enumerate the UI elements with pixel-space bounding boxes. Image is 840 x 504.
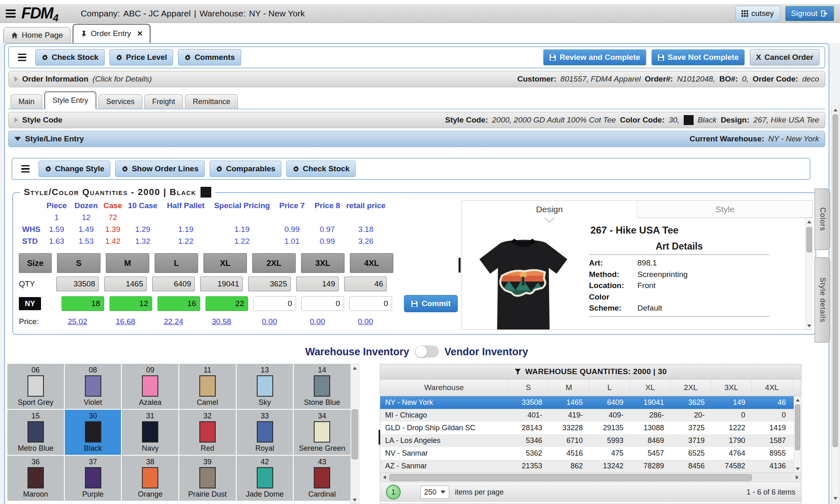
line-toolbar-menu-icon[interactable] [17,163,34,175]
color-cell-42[interactable]: 42Jade Dome [237,456,293,501]
tab-style[interactable]: Style [637,201,813,218]
tab-design[interactable]: Design [462,201,637,218]
check-stock-line-button[interactable]: Check Stock [286,161,356,177]
scroll-left-button[interactable] [380,473,388,482]
price-link-3xl[interactable]: 0.00 [296,317,339,326]
scroll-thumb[interactable] [352,409,358,459]
scroll-up-button[interactable] [832,106,839,114]
scroll-thumb[interactable] [806,227,812,252]
scroll-down-button[interactable] [794,465,801,472]
warehouse-row[interactable]: NY - New York335081465640919041362514946 [380,396,801,409]
order-qty-input-3xl[interactable] [301,296,344,311]
style-line-entry-bar[interactable]: Style/Line Entry Current Warehouse: NY -… [8,131,825,147]
style-code-bar[interactable]: Style Code Style Code: 2000, 2000 GD Adu… [8,112,825,128]
scroll-thumb[interactable] [833,114,838,447]
tab-close-icon[interactable]: × [137,29,143,38]
color-cell-38[interactable]: 38Orange [122,456,178,501]
color-cell-34[interactable]: 34Serene Green [294,410,350,455]
order-qty-input-m[interactable] [110,296,152,311]
color-cell-06[interactable]: 06Sport Grey [7,364,64,409]
scroll-down-button[interactable] [351,496,359,504]
color-cell-15[interactable]: 15Metro Blue [7,410,64,455]
warehouse-table-scrollbar[interactable] [794,396,801,472]
tab-freight[interactable]: Freight [144,94,183,109]
available-qty-input-3xl[interactable] [296,277,339,291]
color-grid-scrollbar[interactable] [350,364,359,504]
scroll-up-button[interactable] [351,364,359,372]
color-cell-31[interactable]: 31Navy [122,410,178,455]
order-qty-input-4xl[interactable] [349,296,392,311]
tab-style-entry[interactable]: Style Entry [44,91,96,109]
warehouse-row[interactable]: NV - Sanmar536245164755457652547648955 [380,447,801,460]
available-qty-input-m[interactable] [104,277,147,291]
tab-main[interactable]: Main [11,94,42,109]
order-information-bar[interactable]: Order Information (Click for Details) Cu… [8,71,825,87]
color-cell-11[interactable]: 11Camel [179,364,236,409]
scroll-down-button[interactable] [806,322,813,329]
price-link-2xl[interactable]: 0.00 [248,317,291,326]
color-cell-43[interactable]: 43Cardinal [294,456,350,501]
scroll-right-button[interactable] [793,473,801,482]
change-style-button[interactable]: Change Style [39,161,110,177]
color-cell-37[interactable]: 37Purple [65,456,121,501]
color-cell-08[interactable]: 08Violet [65,364,121,409]
menu-icon[interactable] [6,9,16,18]
review-complete-button[interactable]: Review and Complete [543,49,646,66]
warehouse-horizontal-scrollbar[interactable] [380,472,801,482]
color-cell-13[interactable]: 13Sky [237,364,293,409]
panel-splitter-handle[interactable] [459,258,461,272]
order-qty-input-l[interactable] [158,296,200,311]
user-button[interactable]: cutsey [735,6,780,21]
cancel-order-button[interactable]: X Cancel Order [750,49,819,66]
comparables-button[interactable]: Comparables [210,161,281,177]
available-qty-input-l[interactable] [152,277,195,291]
available-qty-input-xl[interactable] [200,277,243,291]
show-order-lines-button[interactable]: Show Order Lines [115,161,205,177]
color-cell-09[interactable]: 09Azalea [122,364,178,409]
tab-services[interactable]: Services [98,94,142,109]
order-qty-input-2xl[interactable] [253,296,296,311]
scroll-thumb[interactable] [795,404,800,450]
color-cell-14[interactable]: 14Stone Blue [294,364,350,409]
side-tab-style-details[interactable]: Style details [815,257,830,343]
price-link-xl[interactable]: 30.58 [200,317,243,326]
available-qty-input-s[interactable] [56,277,99,291]
warehouse-row[interactable]: MI - Chicago401-419-409-286-20-00 [380,409,801,422]
color-cell-30[interactable]: 30Black [65,410,121,455]
price-link-4xl[interactable]: 0.00 [344,317,387,326]
tab-remittance[interactable]: Remittance [185,94,238,109]
scroll-up-button[interactable] [794,396,801,404]
scroll-up-button[interactable] [806,218,813,225]
color-cell-39[interactable]: 39Prairie Dust [179,456,236,501]
warehouse-row[interactable]: LA - Los Angeles534667105993846937191790… [380,434,801,447]
scroll-down-button[interactable] [832,495,839,502]
save-not-complete-button[interactable]: Save Not Complete [651,49,745,66]
warehouse-row[interactable]: AZ - Sanmar21353862132427828984567458241… [380,460,801,472]
color-cell-32[interactable]: 32Red [179,410,236,455]
comments-button[interactable]: Comments [178,49,241,66]
available-qty-input-4xl[interactable] [344,277,387,291]
color-cell-36[interactable]: 36Maroon [7,456,64,501]
color-cell-33[interactable]: 33Royal [237,410,293,455]
design-scrollbar[interactable] [805,218,813,329]
main-scrollbar[interactable] [831,106,839,502]
scroll-thumb[interactable] [389,474,752,481]
side-tab-colors[interactable]: Colors [815,188,830,250]
available-qty-input-2xl[interactable] [248,277,291,291]
price-link-l[interactable]: 22.24 [152,317,195,326]
order-qty-input-s[interactable] [62,296,104,311]
order-qty-input-xl[interactable] [205,296,248,311]
price-level-button[interactable]: Price Level [110,49,173,66]
tab-home-page[interactable]: Home Page [3,27,71,43]
check-stock-button[interactable]: Check Stock [35,49,105,66]
page-number-button[interactable]: 1 [386,485,401,499]
tab-order-entry[interactable]: Order Entry × [73,24,151,43]
signout-button[interactable]: Signout [785,6,834,21]
price-link-m[interactable]: 16.68 [104,317,147,326]
price-link-s[interactable]: 25.02 [56,317,99,326]
items-per-page-select[interactable]: 250 [420,486,449,499]
inventory-toggle-switch[interactable] [415,345,439,358]
warehouse-row[interactable]: GLD - Drop Ship Gildan SC281433322829135… [380,422,801,434]
toolbar-menu-icon[interactable] [14,51,30,64]
commit-button[interactable]: Commit [404,295,458,312]
